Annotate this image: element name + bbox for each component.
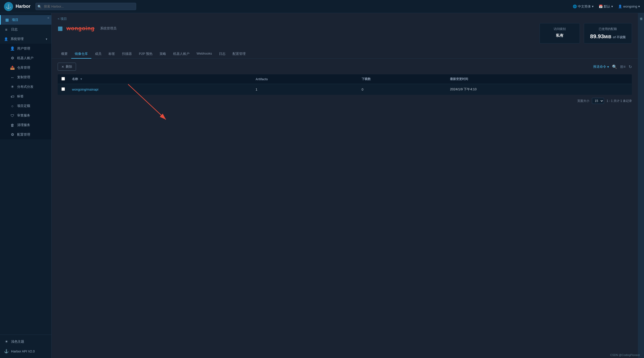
table-toolbar: ✕ 删除 推送命令 ▾ 🔍 ⊞≡ ↻ <box>58 63 632 71</box>
artifacts-column-header: Artifacts <box>252 74 358 84</box>
sidebar-item-replication[interactable]: ↔ 复制管理 <box>0 72 51 82</box>
calendar-icon: 📅 <box>599 5 603 8</box>
breadcrumb[interactable]: < 项目 <box>52 13 638 21</box>
push-cmd-label: 推送命令 <box>593 64 606 69</box>
api-icon: ⚓ <box>4 349 9 353</box>
tab-repositories[interactable]: 镜像仓库 <box>71 50 91 59</box>
project-icon: ▦ <box>58 25 63 32</box>
sidebar: « ▦ 项目 ≡ 日志 👤 系统管理 ▾ 👤 用户管理 ⚙ 机器人账户 📤 <box>0 13 52 358</box>
last-modified-column-header: 最新变更时间 <box>446 74 632 84</box>
sidebar-item-label: Harbor API V2.0 <box>11 349 35 353</box>
search-icon: 🔍 <box>37 5 42 8</box>
projects-icon: ▦ <box>5 18 9 22</box>
name-filter-icon[interactable]: ▼ <box>80 77 83 81</box>
tab-policy[interactable]: 策略 <box>156 50 170 59</box>
light-theme-icon: ☀ <box>4 339 9 344</box>
sidebar-item-project-quota[interactable]: ○ 项目定额 <box>0 101 51 111</box>
user-chevron-icon: ▾ <box>638 5 640 8</box>
app-logo[interactable]: ⚓ Harbor <box>4 2 30 11</box>
header-cards: 访问级别 私有 已使用的配额 89.93MiB of 不设限 <box>540 23 632 44</box>
sidebar-item-robot-accounts[interactable]: ⚙ 机器人账户 <box>0 53 51 63</box>
user-label: wongoing <box>623 5 637 8</box>
view-toggle-icon[interactable]: ⊞≡ <box>620 64 626 69</box>
tab-webhooks[interactable]: Webhooks <box>193 50 215 59</box>
access-level-card: 访问级别 私有 <box>540 23 580 44</box>
config-icon: ⚙ <box>10 132 15 137</box>
sidebar-item-logs[interactable]: ≡ 日志 <box>0 25 51 34</box>
sidebar-item-label: 复制管理 <box>17 75 30 79</box>
pagination: 页面大小 15 25 50 1 - 1 共计 1 条记录 <box>58 95 632 104</box>
sidebar-item-label: 浅色主题 <box>11 339 24 344</box>
sidebar-item-label: 清理服务 <box>17 123 30 127</box>
tab-members[interactable]: 成员 <box>91 50 105 59</box>
sidebar-item-tags[interactable]: 🏷 标签 <box>0 92 51 101</box>
sysadmin-children: 👤 用户管理 ⚙ 机器人账户 📤 仓库管理 ↔ 复制管理 ✳ 分布式分发 🏷 <box>0 44 51 139</box>
tab-logs[interactable]: 日志 <box>215 50 229 59</box>
sidebar-item-label: 配置管理 <box>17 132 30 137</box>
repo-name-link[interactable]: wongoing/mainapi <box>72 88 98 91</box>
sidebar-item-config[interactable]: ⚙ 配置管理 <box>0 130 51 139</box>
page-size-select[interactable]: 15 25 50 <box>592 98 604 104</box>
artifacts-cell: 1 <box>252 84 358 95</box>
sysadmin-icon: 👤 <box>4 37 8 41</box>
page-size-label: 页面大小 <box>577 99 589 103</box>
sidebar-item-light-theme[interactable]: ☀ 浅色主题 <box>0 337 51 346</box>
downloads-column-header: 下载数 <box>358 74 447 84</box>
user-mgmt-icon: 👤 <box>10 46 15 51</box>
sidebar-item-audit[interactable]: 🛡 审查服务 <box>0 111 51 120</box>
sidebar-collapse-button[interactable]: « <box>47 16 49 20</box>
quota-value: 89.93MiB of 不设限 <box>590 33 626 40</box>
delete-label: 删除 <box>66 64 72 69</box>
app-title: Harbor <box>16 4 30 9</box>
downloads-cell: 0 <box>358 84 447 95</box>
nav-right-area: 🌐 中文简体 ▾ 📅 默认 ▾ 👤 wongoing ▾ <box>573 4 640 9</box>
select-all-checkbox[interactable] <box>61 77 65 81</box>
row-checkbox[interactable] <box>61 87 65 91</box>
tab-robot[interactable]: 机器人账户 <box>170 50 193 59</box>
sidebar-item-warehouse[interactable]: 📤 仓库管理 <box>0 63 51 72</box>
warehouse-icon: 📤 <box>10 65 15 70</box>
sidebar-bottom: ☀ 浅色主题 ⚓ Harbor API V2.0 <box>0 335 51 358</box>
quota-icon: ○ <box>10 104 15 108</box>
name-column-header: 名称 ▼ <box>68 74 252 84</box>
tab-overview[interactable]: 概要 <box>58 50 71 59</box>
calendar-selector[interactable]: 📅 默认 ▾ <box>599 4 613 9</box>
language-selector[interactable]: 🌐 中文简体 ▾ <box>573 4 594 9</box>
search-bar[interactable]: 🔍 <box>35 3 136 10</box>
delete-button[interactable]: ✕ 删除 <box>58 63 76 71</box>
sidebar-item-user-mgmt[interactable]: 👤 用户管理 <box>0 44 51 53</box>
user-menu[interactable]: 👤 wongoing ▾ <box>618 5 640 8</box>
tab-config-mgmt[interactable]: 配置管理 <box>229 50 249 59</box>
robot-icon: ⚙ <box>10 56 15 60</box>
quota-label: 已使用的配额 <box>590 27 626 31</box>
sidebar-group-label: 系统管理 <box>11 37 24 41</box>
tab-p2p[interactable]: P2P 预热 <box>135 50 156 59</box>
sidebar-item-api[interactable]: ⚓ Harbor API V2.0 <box>0 346 51 356</box>
sidebar-item-label: 仓库管理 <box>17 65 30 70</box>
sidebar-item-label: 机器人账户 <box>17 56 33 60</box>
sidebar-item-cleanup[interactable]: 🗑 清理服务 <box>0 120 51 130</box>
sidebar-item-projects[interactable]: ▦ 项目 <box>0 15 51 25</box>
audit-icon: 🛡 <box>10 113 15 118</box>
refresh-icon[interactable]: ↻ <box>629 64 632 69</box>
top-navbar: ⚓ Harbor 🔍 🌐 中文简体 ▾ 📅 默认 ▾ 👤 wongoing ▾ <box>0 0 644 13</box>
footer: CSDN @CodingPioneer <box>606 352 644 358</box>
language-chevron-icon: ▾ <box>592 5 594 8</box>
sidebar-group-sysadmin[interactable]: 👤 系统管理 ▾ <box>0 34 51 44</box>
right-panel: 拓扑管理 <box>638 13 644 358</box>
project-role: 系统管理员 <box>100 26 117 31</box>
repo-name-cell: wongoing/mainapi <box>68 84 252 95</box>
access-level-label: 访问级别 <box>546 27 574 31</box>
calendar-chevron-icon: ▾ <box>611 5 613 8</box>
tab-tags[interactable]: 标签 <box>105 50 119 59</box>
search-toggle-icon[interactable]: 🔍 <box>612 64 617 69</box>
sidebar-item-distribution[interactable]: ✳ 分布式分发 <box>0 82 51 92</box>
sidebar-item-label: 项目定额 <box>17 104 30 108</box>
search-input[interactable] <box>35 3 136 10</box>
tab-scanners[interactable]: 扫描器 <box>119 50 135 59</box>
language-label: 中文简体 <box>578 4 591 9</box>
tags-icon: 🏷 <box>10 94 15 99</box>
push-cmd-button[interactable]: 推送命令 ▾ <box>593 64 609 69</box>
push-cmd-chevron-icon: ▾ <box>607 65 609 69</box>
quota-card: 已使用的配额 89.93MiB of 不设限 <box>584 23 632 44</box>
